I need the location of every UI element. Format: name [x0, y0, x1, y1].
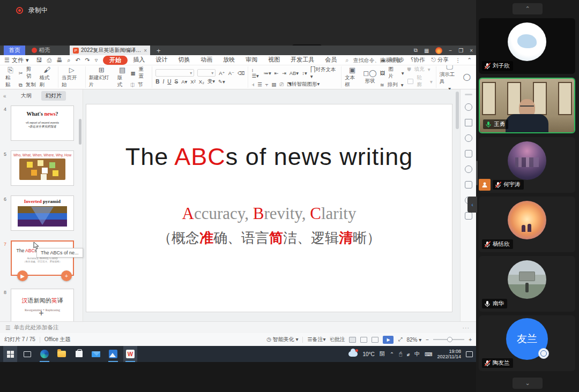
- notes-bar[interactable]: ☰ 单击此处添加备注 ···: [0, 321, 476, 333]
- decrease-font-icon[interactable]: A⁻: [228, 70, 234, 76]
- distribute-icon[interactable]: ⎚: [279, 81, 284, 88]
- current-slide[interactable]: The ABCs of news writing Accuracy, Brevi…: [86, 104, 452, 312]
- file-explorer-button[interactable]: [55, 346, 69, 362]
- layout-switch-icon[interactable]: ⧉: [414, 47, 418, 54]
- collapse-panel-icon[interactable]: «: [3, 93, 6, 99]
- beautify-rocket-icon[interactable]: [465, 103, 472, 111]
- copy-button[interactable]: ⧉复制: [19, 81, 36, 88]
- strip-handle[interactable]: [465, 94, 472, 95]
- arrange-button[interactable]: ≋排列▾: [380, 81, 404, 88]
- participant-tile-active[interactable]: 王勇: [479, 78, 575, 133]
- participant-tile[interactable]: 南华: [479, 256, 575, 312]
- canvas-scrollbar[interactable]: [456, 92, 459, 129]
- notes-toggle[interactable]: ☰备注▾: [307, 336, 325, 343]
- participant-tile[interactable]: 杨恬欣: [479, 197, 575, 252]
- align-center-icon[interactable]: ☰: [257, 81, 262, 87]
- ribbon-tab-devtools[interactable]: 开发工具: [285, 56, 320, 65]
- store-button[interactable]: [72, 346, 86, 362]
- ribbon-tab-design[interactable]: 设计: [150, 56, 173, 65]
- fill-button[interactable]: ⛊填充▾: [407, 66, 433, 73]
- participant-tile[interactable]: 何宇涛: [479, 137, 575, 193]
- tab-outline[interactable]: 大纲: [17, 91, 36, 101]
- action-center-icon[interactable]: [466, 351, 473, 357]
- tab-docer[interactable]: 稻壳: [25, 46, 56, 55]
- align-left-icon[interactable]: ⫞: [251, 81, 254, 88]
- thumbnail-slide-6[interactable]: 6 Inverted pyramid: [11, 195, 74, 231]
- panel-expand-handle[interactable]: ‹: [467, 197, 477, 213]
- paste-button[interactable]: ⎘粘贴: [5, 66, 16, 88]
- ime-indicator[interactable]: 中: [414, 350, 420, 358]
- reset-button[interactable]: ▦重置: [131, 66, 149, 80]
- ribbon-tab-animation[interactable]: 动画: [195, 56, 218, 65]
- ribbon-tab-member[interactable]: 会员: [320, 56, 342, 65]
- strikethrough-button[interactable]: S: [175, 79, 179, 85]
- grid-view-icon[interactable]: ▦: [424, 48, 429, 54]
- subscript-icon[interactable]: X₂: [199, 79, 204, 85]
- mail-button[interactable]: [89, 346, 103, 362]
- ribbon-tab-home[interactable]: 开始: [103, 56, 128, 65]
- zoom-in-button[interactable]: +: [469, 337, 472, 343]
- line-spacing-icon[interactable]: ↕▾: [302, 70, 307, 76]
- redo-icon[interactable]: ↷: [85, 57, 90, 64]
- photos-app-button[interactable]: [106, 346, 120, 362]
- print-icon[interactable]: 🖶: [56, 57, 62, 64]
- ribbon-tab-transition[interactable]: 切换: [173, 56, 195, 65]
- font-family-select[interactable]: ▾: [155, 69, 194, 77]
- edge-browser-button[interactable]: [38, 346, 51, 362]
- clear-format-icon[interactable]: ⌫: [237, 70, 244, 76]
- zoom-out-button[interactable]: −: [426, 337, 429, 343]
- tab-slides[interactable]: 幻灯片: [41, 91, 66, 101]
- keyboard-icon[interactable]: ⌨: [425, 351, 432, 357]
- qat-more-icon[interactable]: ▿: [95, 57, 98, 64]
- device-icon[interactable]: 🖰: [399, 351, 402, 357]
- font-size-select[interactable]: ▾: [197, 69, 216, 77]
- panel-scroll-down-button[interactable]: ⌄: [513, 378, 543, 389]
- bold-button[interactable]: B: [155, 79, 159, 85]
- highlight-icon[interactable]: ✎▾: [218, 79, 225, 85]
- more-menu-icon[interactable]: ⋮: [455, 57, 461, 63]
- export-icon[interactable]: ⎙: [47, 57, 51, 64]
- thumbnail-slide-5[interactable]: 5 Who, What, When, Where, Why, How: [11, 150, 74, 186]
- beautify-button[interactable]: ◷ 智能美化 ▾: [266, 336, 298, 343]
- new-tab-button[interactable]: +: [157, 46, 161, 55]
- underline-button[interactable]: U: [167, 79, 171, 85]
- thumbnail-scrollbar[interactable]: [79, 119, 81, 145]
- close-button[interactable]: ×: [470, 48, 473, 54]
- tab-close-icon[interactable]: ×: [144, 48, 147, 54]
- copilot-window-icon[interactable]: [465, 150, 472, 157]
- share-button[interactable]: ⎋ 分享: [431, 56, 448, 64]
- increase-font-icon[interactable]: A⁺: [219, 70, 225, 76]
- minimize-button[interactable]: −: [449, 48, 452, 54]
- collapse-ribbon-icon[interactable]: ⌃: [467, 57, 472, 63]
- zoom-slider[interactable]: [433, 339, 464, 340]
- ribbon-tab-review[interactable]: 审阅: [240, 56, 263, 65]
- thumbnail-slide-4[interactable]: 4 What's news? •A report of recent event…: [11, 105, 74, 141]
- justify-icon[interactable]: ▤: [271, 81, 276, 87]
- slide-layout-button[interactable]: ▤版式: [117, 66, 128, 88]
- preview-icon[interactable]: ⌕: [67, 57, 70, 64]
- wps-app-button[interactable]: W: [123, 346, 137, 362]
- slideshow-play-button[interactable]: ▶: [383, 336, 394, 344]
- fit-slide-icon[interactable]: ⤢: [398, 336, 402, 343]
- ribbon-tab-insert[interactable]: 插入: [128, 56, 150, 65]
- picture-button[interactable]: 🖼图片▾: [380, 66, 404, 80]
- weather-condition[interactable]: 阴: [380, 350, 385, 358]
- undo-icon[interactable]: ↶: [75, 57, 80, 64]
- panel-scrollbar[interactable]: [476, 161, 478, 185]
- save-icon[interactable]: 🖫: [36, 57, 42, 64]
- italic-button[interactable]: I: [163, 79, 165, 85]
- bullets-icon[interactable]: ⁝☰▾: [251, 67, 260, 79]
- restore-button[interactable]: ❐: [458, 48, 463, 54]
- comments-toggle[interactable]: ⎗批注: [330, 336, 345, 343]
- zoom-level[interactable]: 82% ▾: [406, 337, 421, 343]
- text-direction-icon[interactable]: AB▾: [290, 70, 299, 76]
- new-slide-plus-button[interactable]: +: [39, 308, 43, 318]
- tab-document[interactable]: P 2022复旦英语新闻编译讲座.pptx ×: [70, 46, 150, 55]
- zoom-slider-knob[interactable]: [447, 337, 452, 342]
- ribbon-tab-view[interactable]: 视图: [263, 56, 285, 65]
- reading-view-icon[interactable]: [372, 337, 378, 343]
- participant-tile[interactable]: 刘子欣: [479, 18, 575, 74]
- superscript-icon[interactable]: X²: [190, 79, 196, 85]
- slide-canvas[interactable]: The ABCs of news writing Accuracy, Brevi…: [83, 89, 460, 321]
- user-avatar[interactable]: [435, 47, 442, 54]
